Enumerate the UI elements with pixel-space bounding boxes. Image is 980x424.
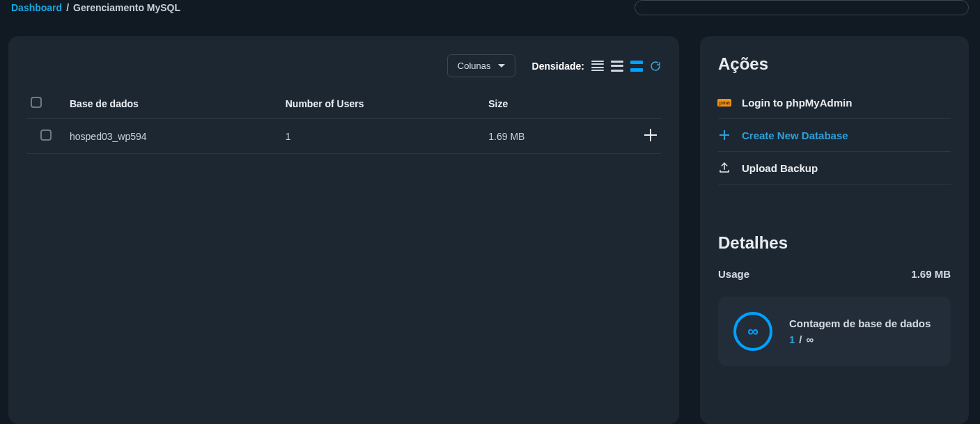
- db-count-value: 1 / ∞: [789, 333, 931, 345]
- density-group: Densidade:: [532, 61, 661, 72]
- breadcrumb-root-link[interactable]: Dashboard: [11, 2, 62, 13]
- usage-row: Usage 1.69 MB: [718, 268, 951, 280]
- breadcrumb-current: Gerenciamento MySQL: [73, 2, 180, 13]
- search-input[interactable]: [635, 0, 969, 15]
- db-count-sep: /: [799, 333, 802, 345]
- column-header-size[interactable]: Size: [484, 90, 625, 119]
- column-header-database[interactable]: Base de dados: [65, 90, 281, 119]
- chevron-down-icon: [498, 64, 505, 68]
- usage-value: 1.69 MB: [911, 268, 951, 280]
- cell-size: 1.69 MB: [484, 119, 625, 154]
- action-upload-backup-label: Upload Backup: [742, 162, 818, 174]
- breadcrumb: Dashboard / Gerenciamento MySQL: [11, 2, 180, 13]
- row-checkbox[interactable]: [40, 129, 52, 141]
- db-count-label: Contagem de base de dados: [789, 317, 931, 329]
- actions-title: Ações: [718, 54, 951, 74]
- cell-users: 1: [281, 119, 485, 154]
- db-count-total: ∞: [807, 333, 814, 345]
- refresh-icon[interactable]: [650, 61, 661, 72]
- action-create-database[interactable]: Create New Database: [718, 119, 951, 152]
- density-comfortable-button[interactable]: [630, 61, 643, 72]
- upload-icon: [718, 162, 731, 174]
- breadcrumb-separator: /: [65, 2, 70, 13]
- db-count-card: ∞ Contagem de base de dados 1 / ∞: [718, 297, 951, 366]
- details-title: Detalhes: [718, 233, 951, 253]
- columns-button[interactable]: Colunas: [447, 54, 515, 77]
- action-upload-backup[interactable]: Upload Backup: [718, 152, 951, 184]
- cell-database: hosped03_wp594: [65, 119, 281, 154]
- select-all-checkbox[interactable]: [31, 97, 42, 108]
- action-login-phpmyadmin-label: Login to phpMyAdmin: [742, 97, 852, 109]
- side-panel: Ações pma Login to phpMyAdmin Create New…: [700, 36, 969, 424]
- phpmyadmin-icon: pma: [718, 96, 731, 109]
- databases-table: Base de dados Number of Users Size hospe…: [26, 90, 661, 154]
- db-count-current: 1: [789, 333, 795, 345]
- columns-button-label: Colunas: [458, 61, 491, 71]
- databases-panel: Colunas Densidade: Base de dados: [8, 36, 679, 424]
- action-create-database-label: Create New Database: [742, 129, 848, 141]
- action-login-phpmyadmin[interactable]: pma Login to phpMyAdmin: [718, 86, 951, 119]
- table-row[interactable]: hosped03_wp594 1 1.69 MB: [26, 119, 661, 154]
- table-toolbar: Colunas Densidade:: [26, 54, 661, 77]
- infinity-icon: ∞: [733, 312, 772, 351]
- density-label: Densidade:: [532, 61, 584, 72]
- density-standard-button[interactable]: [611, 61, 623, 72]
- plus-icon: [718, 129, 731, 141]
- density-compact-button[interactable]: [591, 61, 604, 72]
- expand-row-button[interactable]: [644, 129, 657, 141]
- usage-label: Usage: [718, 268, 749, 280]
- column-header-users[interactable]: Number of Users: [281, 90, 485, 119]
